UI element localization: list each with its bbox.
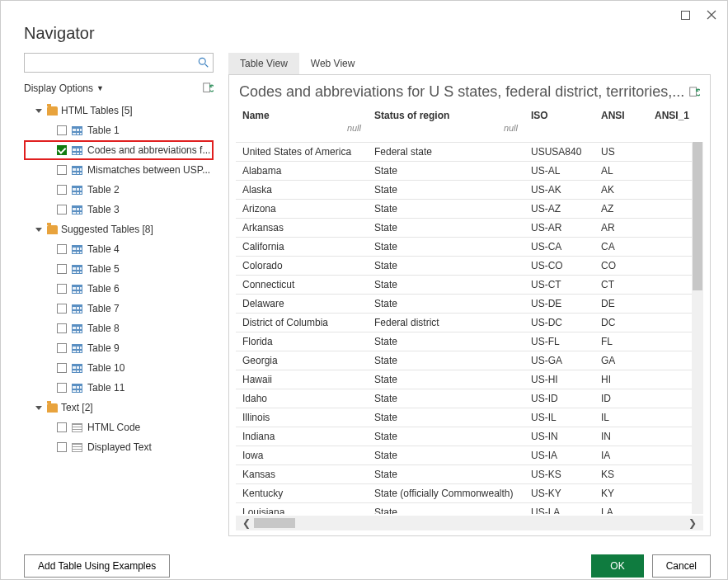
svg-point-1 (199, 58, 205, 64)
table-row[interactable]: DelawareStateUS-DEDE (236, 294, 697, 313)
chevron-down-icon: ▼ (96, 84, 104, 92)
null-indicator: null (504, 110, 518, 133)
tree-item[interactable]: Mismatches between USP... (24, 160, 214, 180)
checkbox[interactable] (57, 422, 67, 432)
tree-item[interactable]: Displayed Text (24, 437, 214, 457)
table-row[interactable]: KansasStateUS-KSKS (236, 464, 697, 483)
horizontal-scrollbar[interactable]: ❮ ❯ (236, 516, 703, 530)
folder-icon (47, 106, 58, 116)
table-row[interactable]: United States of AmericaFederal stateUSU… (236, 142, 697, 161)
tree-item[interactable]: Table 7 (24, 299, 214, 318)
maximize-icon[interactable] (679, 9, 691, 21)
checkbox[interactable] (57, 383, 67, 393)
checkbox[interactable] (57, 145, 67, 155)
table-cell (648, 218, 697, 237)
checkbox[interactable] (57, 244, 67, 254)
data-table[interactable]: NamenullStatus of regionnullISOANSIANSI_… (236, 106, 697, 514)
column-header[interactable]: ANSI_1 (648, 106, 697, 142)
table-cell: Idaho (236, 389, 368, 408)
tree-group[interactable]: HTML Tables [5] (24, 101, 214, 120)
tab[interactable]: Table View (228, 53, 299, 74)
table-cell: US (594, 142, 648, 161)
tree-item-label: Table 11 (87, 382, 124, 394)
table-row[interactable]: IowaStateUS-IAIA (236, 446, 697, 464)
column-header[interactable]: Namenull (236, 106, 368, 142)
table-cell (648, 256, 697, 275)
checkbox[interactable] (57, 323, 67, 333)
table-row[interactable]: AlaskaStateUS-AKAK (236, 180, 697, 199)
search-input[interactable] (28, 54, 198, 71)
table-row[interactable]: GeorgiaStateUS-GAGA (236, 351, 697, 370)
table-cell (648, 142, 697, 161)
table-cell: Kansas (236, 464, 368, 483)
table-cell: State (368, 199, 524, 218)
table-row[interactable]: IllinoisStateUS-ILIL (236, 408, 697, 427)
checkbox[interactable] (57, 264, 67, 274)
tree-group[interactable]: Suggested Tables [8] (24, 219, 214, 239)
tree-item[interactable]: Table 11 (24, 378, 214, 398)
table-row[interactable]: IdahoStateUS-IDID (236, 389, 697, 408)
table-cell (648, 237, 697, 256)
table-row[interactable]: CaliforniaStateUS-CACA (236, 237, 697, 256)
tree-item[interactable]: Table 6 (24, 279, 214, 299)
checkbox[interactable] (57, 343, 67, 353)
checkbox[interactable] (57, 284, 67, 294)
checkbox[interactable] (57, 304, 67, 314)
svg-line-2 (205, 64, 209, 68)
table-row[interactable]: HawaiiStateUS-HIHI (236, 370, 697, 389)
table-cell: DE (594, 294, 648, 313)
tree-item[interactable]: Table 1 (24, 120, 214, 140)
table-row[interactable]: District of ColumbiaFederal districtUS-D… (236, 313, 697, 332)
tree-item[interactable]: Table 3 (24, 200, 214, 219)
tree-item[interactable]: Table 8 (24, 318, 214, 338)
column-header[interactable]: ISO (524, 106, 594, 142)
table-cell: US-CT (524, 275, 594, 294)
add-table-using-examples-button[interactable]: Add Table Using Examples (24, 554, 170, 578)
table-row[interactable]: ArkansasStateUS-ARAR (236, 218, 697, 237)
tree-item[interactable]: Codes and abbreviations f... (24, 140, 214, 160)
table-cell: IL (594, 408, 648, 427)
tree-item[interactable]: Table 2 (24, 180, 214, 200)
checkbox[interactable] (57, 165, 67, 175)
column-header[interactable]: Status of regionnull (368, 106, 524, 142)
tree-item[interactable]: Table 4 (24, 239, 214, 259)
table-row[interactable]: KentuckyState (officially Commonwealth)U… (236, 483, 697, 502)
table-cell: US-IL (524, 408, 594, 427)
checkbox[interactable] (57, 363, 67, 373)
table-row[interactable]: ArizonaStateUS-AZAZ (236, 199, 697, 218)
table-row[interactable]: AlabamaStateUS-ALAL (236, 161, 697, 180)
tree-item[interactable]: Table 9 (24, 338, 214, 358)
checkbox[interactable] (57, 125, 67, 135)
ok-button[interactable]: OK (591, 554, 643, 578)
tree-group-label: Text [2] (61, 402, 93, 413)
table-row[interactable]: ColoradoStateUS-COCO (236, 256, 697, 275)
table-row[interactable]: FloridaStateUS-FLFL (236, 332, 697, 351)
table-row[interactable]: ConnecticutStateUS-CTCT (236, 275, 697, 294)
column-header[interactable]: ANSI (594, 106, 648, 142)
tree-item[interactable]: HTML Code (24, 417, 214, 437)
display-options-dropdown[interactable]: Display Options ▼ (24, 83, 104, 94)
tree-group[interactable]: Text [2] (24, 398, 214, 417)
table-cell: State (368, 161, 524, 180)
table-icon (72, 166, 82, 175)
checkbox[interactable] (57, 185, 67, 195)
cancel-button[interactable]: Cancel (652, 554, 711, 578)
vertical-scrollbar[interactable] (692, 142, 703, 514)
preview-refresh-icon[interactable] (688, 87, 700, 98)
tab[interactable]: Web View (299, 53, 367, 74)
tree-item[interactable]: Table 5 (24, 259, 214, 279)
scroll-right-icon[interactable]: ❯ (685, 517, 700, 529)
table-cell (648, 464, 697, 483)
checkbox[interactable] (57, 205, 67, 215)
close-icon[interactable] (706, 9, 717, 21)
tree-item[interactable]: Table 10 (24, 358, 214, 378)
table-row[interactable]: LouisianaStateUS-LALA (236, 502, 697, 514)
scroll-left-icon[interactable]: ❮ (239, 517, 254, 529)
search-input-container[interactable] (24, 53, 214, 73)
table-icon (72, 285, 82, 294)
table-cell: Hawaii (236, 370, 368, 389)
table-row[interactable]: IndianaStateUS-ININ (236, 427, 697, 446)
checkbox[interactable] (57, 442, 67, 452)
table-icon (72, 364, 82, 373)
refresh-icon[interactable] (202, 83, 214, 94)
